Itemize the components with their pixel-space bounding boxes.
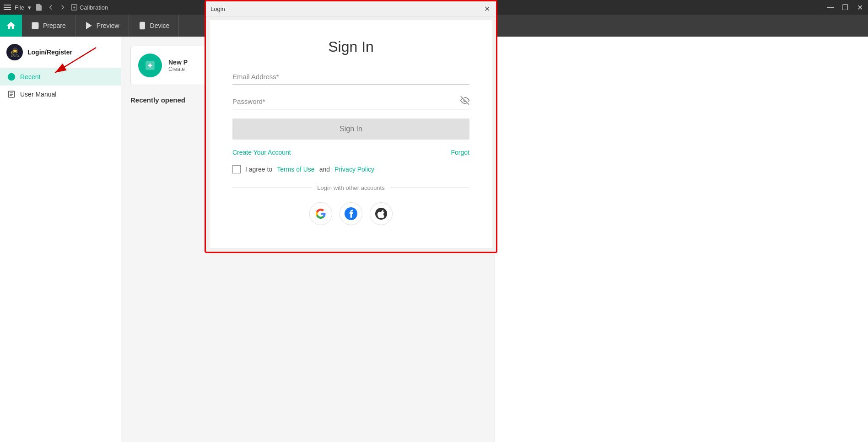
terms-checkbox[interactable] xyxy=(232,165,241,173)
apple-login-button[interactable] xyxy=(370,202,393,225)
email-input[interactable] xyxy=(232,69,469,85)
facebook-icon xyxy=(345,207,357,220)
privacy-policy-link[interactable]: Privacy Policy xyxy=(334,166,374,173)
social-icons xyxy=(232,202,469,225)
password-input[interactable] xyxy=(232,94,469,109)
dialog-titlebar: Login ✕ xyxy=(206,1,496,16)
form-links: Create Your Account Forgot xyxy=(232,149,469,156)
signin-button[interactable]: Sign In xyxy=(232,119,469,140)
forgot-link[interactable]: Forgot xyxy=(451,149,469,156)
create-account-link[interactable]: Create Your Account xyxy=(232,149,291,156)
dialog-close-button[interactable]: ✕ xyxy=(482,4,491,13)
google-login-button[interactable] xyxy=(309,202,332,225)
facebook-login-button[interactable] xyxy=(340,202,362,225)
login-dialog: Login ✕ Sign In Sign In Create Your Acco… xyxy=(205,0,497,253)
dialog-title: Login xyxy=(210,5,225,12)
dialog-content: Sign In Sign In Create Your Account Forg… xyxy=(210,20,492,248)
terms-text: I agree to xyxy=(245,166,272,173)
divider-row: Login with other accounts xyxy=(232,184,469,191)
password-field xyxy=(232,94,469,109)
apple-icon xyxy=(375,208,387,220)
dialog-overlay: Login ✕ Sign In Sign In Create Your Acco… xyxy=(0,0,868,442)
and-text: and xyxy=(319,166,330,173)
divider-left xyxy=(232,188,312,188)
divider-text: Login with other accounts xyxy=(317,184,384,191)
email-field xyxy=(232,69,469,85)
password-visibility-icon[interactable] xyxy=(460,96,469,108)
terms-of-use-link[interactable]: Terms of Use xyxy=(277,166,314,173)
google-icon xyxy=(315,208,326,219)
terms-row: I agree to Terms of Use and Privacy Poli… xyxy=(232,165,469,173)
divider-right xyxy=(390,188,469,188)
signin-title: Sign In xyxy=(232,38,469,55)
